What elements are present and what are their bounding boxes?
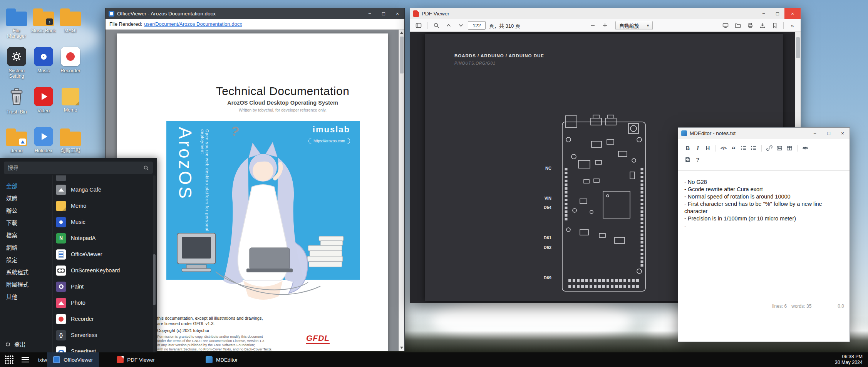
document-icon xyxy=(56,249,66,260)
table-icon[interactable] xyxy=(784,143,794,153)
app-label: Serverless xyxy=(71,332,97,338)
link-icon[interactable] xyxy=(764,143,774,153)
app-item-paint[interactable]: Paint xyxy=(56,279,151,295)
rendered-file-link[interactable]: user/Document/Arozos Documentation.docx xyxy=(144,21,242,27)
taskbar-item-officeviewer[interactable]: OfficeViewer xyxy=(47,352,99,367)
category-other[interactable]: 其他 xyxy=(0,291,52,303)
category-system[interactable]: 系統程式 xyxy=(0,266,52,279)
app-item-memo[interactable]: Memo xyxy=(56,198,151,214)
category-files[interactable]: 檔案 xyxy=(0,229,52,242)
app-item-music[interactable]: Music xyxy=(56,214,151,230)
desktop-icon-trash-bin[interactable]: Trash Bin xyxy=(3,84,30,124)
image-icon[interactable] xyxy=(774,143,784,153)
taskbar-item-pdfviewer[interactable]: PDF Viewer xyxy=(111,352,161,367)
power-icon xyxy=(5,341,11,347)
page-number-input[interactable] xyxy=(468,21,486,30)
open-file-icon[interactable] xyxy=(732,20,743,30)
zoom-out-icon[interactable] xyxy=(588,20,598,30)
bold-icon[interactable]: B xyxy=(683,143,693,153)
pdfviewer-titlebar[interactable]: PDF Viewer − □ × xyxy=(410,8,801,19)
category-office[interactable]: 辦公 xyxy=(0,205,52,217)
category-accessories[interactable]: 附屬程式 xyxy=(0,279,52,291)
license-body: Permission is granted to copy, distribut… xyxy=(157,335,263,339)
app-item-serverless[interactable]: {}Serverless xyxy=(56,327,151,343)
desktop-icon-music-bank[interactable]: ♪ Music Bank xyxy=(30,4,57,44)
presentation-mode-icon[interactable] xyxy=(720,20,731,30)
app-item-notepada[interactable]: NNotepadA xyxy=(56,230,151,246)
close-button[interactable]: × xyxy=(784,8,801,19)
start-grid-icon[interactable] xyxy=(5,355,14,364)
zoom-in-icon[interactable] xyxy=(600,20,610,30)
music-disc-icon xyxy=(34,47,53,66)
desktop-icon-memo[interactable]: Memo xyxy=(57,84,84,124)
category-all[interactable]: 全部 xyxy=(0,180,52,192)
heading-icon[interactable]: H xyxy=(703,143,713,153)
app-item-recorder[interactable]: Recorder xyxy=(56,311,151,327)
maximize-button[interactable]: □ xyxy=(377,8,390,19)
print-icon[interactable] xyxy=(745,20,755,30)
desktop-icon-system-setting[interactable]: System Setting xyxy=(3,44,30,84)
app-item-onscreenkeyboard[interactable]: OnScreenKeyboard xyxy=(56,262,151,279)
bookmark-icon[interactable] xyxy=(769,20,780,30)
save-icon[interactable] xyxy=(683,155,693,165)
markdown-toolbar: B I H </> “ ? xyxy=(678,139,850,171)
category-download[interactable]: 下載 xyxy=(0,217,52,229)
previous-page-icon[interactable] xyxy=(443,20,454,30)
preview-eye-icon[interactable] xyxy=(800,143,810,153)
scrollbar[interactable] xyxy=(399,30,404,351)
list-item-partial[interactable] xyxy=(56,175,151,182)
app-item-photo[interactable]: Photo xyxy=(56,295,151,311)
minimize-button[interactable]: − xyxy=(363,8,377,19)
code-icon[interactable]: </> xyxy=(719,143,729,153)
category-media[interactable]: 媒體 xyxy=(0,192,52,205)
maximize-button[interactable]: □ xyxy=(822,128,836,139)
next-page-icon[interactable] xyxy=(456,20,466,30)
photo-icon xyxy=(56,298,66,308)
minimize-button[interactable]: − xyxy=(757,8,771,19)
scrollbar[interactable] xyxy=(153,175,156,352)
zoom-select[interactable]: 自動縮放 ▾ xyxy=(615,21,653,30)
logout-button[interactable]: 登出 xyxy=(0,335,52,352)
category-settings[interactable]: 設定 xyxy=(0,254,52,266)
taskbar-item-mdeditor[interactable]: MDEditor xyxy=(199,352,244,367)
menu-hamburger-icon[interactable] xyxy=(22,357,29,362)
scroll-down-icon[interactable] xyxy=(400,347,403,349)
ordered-list-icon[interactable] xyxy=(749,143,759,153)
unordered-list-icon[interactable] xyxy=(739,143,749,153)
officeviewer-titlebar[interactable]: OfficeViewer - Arozos Documentation.docx… xyxy=(106,8,404,19)
mdeditor-titlebar[interactable]: MDEditor - notes.txt − □ × xyxy=(678,128,850,139)
search-input[interactable] xyxy=(8,165,143,171)
doc-title: Technical Documentation xyxy=(167,85,398,98)
italic-icon[interactable]: I xyxy=(693,143,703,153)
help-icon[interactable]: ? xyxy=(693,155,703,165)
minimize-button[interactable]: − xyxy=(808,128,822,139)
app-item-manga-cafe[interactable]: Manga Cafe xyxy=(56,182,151,198)
quote-icon[interactable]: “ xyxy=(729,143,739,153)
desktop-icon-video[interactable]: Video xyxy=(30,84,57,124)
app-item-speedtest[interactable]: Speedtest xyxy=(56,343,151,352)
sidebar-toggle-icon[interactable] xyxy=(413,20,424,30)
desktop-icon-label: 創新工場 xyxy=(61,148,80,153)
scrollbar-thumb[interactable] xyxy=(796,37,800,58)
app-item-officeviewer[interactable]: OfficeViewer xyxy=(56,246,151,262)
category-network[interactable]: 網絡 xyxy=(0,242,52,254)
start-menu-search[interactable] xyxy=(4,162,153,174)
maximize-button[interactable]: □ xyxy=(771,8,784,19)
scrollbar-thumb[interactable] xyxy=(400,37,404,73)
desktop-icon-file-manager[interactable]: File Manager xyxy=(3,4,30,44)
close-button[interactable]: × xyxy=(390,8,404,19)
download-icon[interactable] xyxy=(757,20,767,30)
more-tools-icon[interactable]: » xyxy=(787,20,798,30)
search-icon[interactable] xyxy=(431,20,441,30)
scroll-up-icon[interactable] xyxy=(400,32,403,34)
taskbar-clock[interactable]: 06:38 PM 30 May 2024 xyxy=(835,354,868,365)
close-button[interactable]: × xyxy=(836,128,850,139)
desktop-icon-magi[interactable]: MAGI xyxy=(57,4,84,44)
markdown-editor[interactable]: - No G28 - Gcode rewrite after Cura exor… xyxy=(678,171,850,302)
desktop-icon-recorder[interactable]: Recorder xyxy=(57,44,84,84)
record-dot-icon xyxy=(61,47,80,66)
desktop-icon-grid: File Manager ♪ Music Bank MAGI System Se… xyxy=(3,4,84,164)
license-body: or any later version published by the Fr… xyxy=(157,343,255,347)
scrollbar-thumb[interactable] xyxy=(153,254,156,305)
desktop-icon-music[interactable]: Music xyxy=(30,44,57,84)
